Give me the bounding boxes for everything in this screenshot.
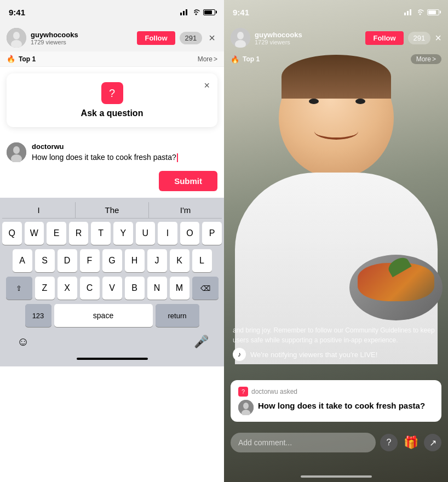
- right-top-bar: guywhocooks 1729 viewers Follow 291 ×: [224, 24, 448, 51]
- space-key[interactable]: space: [54, 304, 153, 327]
- key-l[interactable]: L: [192, 249, 212, 272]
- key-z[interactable]: Z: [35, 277, 55, 300]
- gift-action-button[interactable]: 🎁: [402, 434, 420, 451]
- right-follow-button[interactable]: Follow: [365, 31, 403, 45]
- right-battery-icon: [427, 9, 439, 15]
- text-cursor: [177, 153, 178, 162]
- word-suggestions: I The I'm: [2, 202, 222, 219]
- key-f[interactable]: F: [80, 249, 100, 272]
- key-b[interactable]: B: [125, 277, 145, 300]
- question-icon-container: ?: [15, 82, 209, 104]
- share-action-button[interactable]: ↗: [424, 434, 441, 451]
- key-q[interactable]: Q: [2, 222, 22, 245]
- key-v[interactable]: V: [102, 277, 122, 300]
- questioner-username: doctorwu: [32, 142, 217, 151]
- notification-text: We're notifying viewers that you're LIVE…: [250, 351, 377, 359]
- key-r[interactable]: R: [69, 222, 89, 245]
- key-x[interactable]: X: [58, 277, 77, 300]
- left-more-label: More: [198, 55, 212, 63]
- key-m[interactable]: M: [170, 277, 189, 300]
- left-user-info: guywhocooks 1729 viewers: [31, 31, 133, 45]
- key-s[interactable]: S: [35, 249, 55, 272]
- right-avatar: [231, 28, 250, 48]
- svg-point-8: [13, 146, 20, 154]
- suggestion-the[interactable]: The: [76, 202, 149, 218]
- question-action-icon: ?: [380, 434, 398, 451]
- left-status-icons: [180, 9, 215, 15]
- suggestion-i[interactable]: I: [2, 202, 76, 218]
- notification-bar: ♪ We're notifying viewers that you're LI…: [224, 345, 448, 364]
- key-y[interactable]: Y: [113, 222, 133, 245]
- qcard-avatar: [238, 400, 254, 415]
- right-trending-bar: 🔥 Top 1 More >: [224, 51, 448, 67]
- left-phone: 9:41: [0, 0, 224, 482]
- modal-title: Ask a question: [15, 108, 209, 118]
- right-more-arrow: >: [432, 55, 436, 63]
- key-t[interactable]: T: [91, 222, 111, 245]
- question-icon-box: ?: [101, 82, 123, 104]
- key-o[interactable]: O: [180, 222, 200, 245]
- tiktok-logo: ♪: [233, 348, 246, 361]
- comment-input[interactable]: Add comment...: [231, 433, 376, 452]
- svg-rect-0: [180, 13, 182, 15]
- key-g[interactable]: G: [102, 249, 122, 272]
- key-a[interactable]: A: [13, 249, 32, 272]
- key-d[interactable]: D: [58, 249, 77, 272]
- svg-point-18: [243, 403, 249, 409]
- left-viewer-count: 291: [180, 32, 203, 44]
- left-username: guywhocooks: [31, 31, 133, 39]
- submit-row: Submit: [0, 171, 224, 198]
- right-wifi-icon: [416, 9, 424, 15]
- key-w[interactable]: W: [25, 222, 44, 245]
- left-close-button[interactable]: ×: [206, 30, 217, 47]
- keyboard-row-4: 123 space return: [2, 304, 222, 327]
- left-top-badge: Top 1: [19, 55, 36, 63]
- emoji-button[interactable]: ☺: [7, 330, 39, 353]
- keyboard-row-1: Q W E R T Y U I O P: [2, 222, 222, 245]
- svg-point-15: [237, 32, 244, 39]
- right-signal-icon: [404, 9, 413, 15]
- chef-smile: [314, 123, 358, 140]
- key-j[interactable]: J: [147, 249, 167, 272]
- return-key[interactable]: return: [156, 304, 199, 327]
- question-action-button[interactable]: ?: [380, 434, 398, 451]
- qcard-question-text: How long does it take to cook fresh past…: [258, 400, 425, 411]
- question-content: doctorwu How long does it take to cook f…: [32, 142, 217, 162]
- svg-rect-1: [183, 11, 185, 15]
- question-text: How long does it take to cook fresh past…: [32, 153, 217, 162]
- right-close-button[interactable]: ×: [435, 32, 441, 44]
- left-avatar: [7, 28, 26, 48]
- suggestion-im[interactable]: I'm: [149, 202, 222, 218]
- key-n[interactable]: N: [147, 277, 167, 300]
- submit-button[interactable]: Submit: [159, 171, 217, 191]
- key-c[interactable]: C: [80, 277, 100, 300]
- right-more-button[interactable]: More >: [411, 54, 441, 64]
- key-u[interactable]: U: [136, 222, 156, 245]
- wifi-icon: [192, 9, 200, 15]
- modal-close-button[interactable]: ×: [204, 80, 210, 91]
- right-top-badge: Top 1: [243, 55, 260, 63]
- keyboard-row-2: A S D F G H J K L: [2, 249, 222, 272]
- right-home-bar: [301, 475, 372, 478]
- svg-rect-11: [407, 11, 409, 15]
- key-h[interactable]: H: [125, 249, 145, 272]
- delete-key[interactable]: ⌫: [192, 277, 219, 300]
- key-k[interactable]: K: [170, 249, 189, 272]
- num-key[interactable]: 123: [25, 304, 51, 327]
- qcard-asked-by: doctorwu asked: [251, 388, 297, 395]
- left-more-button[interactable]: More >: [198, 55, 217, 63]
- svg-point-5: [13, 32, 20, 39]
- question-mark-icon: ?: [109, 87, 115, 100]
- left-follow-button[interactable]: Follow: [137, 31, 175, 45]
- shift-key[interactable]: ⇧: [6, 277, 32, 300]
- left-more-arrow: >: [214, 55, 217, 63]
- key-e[interactable]: E: [47, 222, 66, 245]
- mic-button[interactable]: 🎤: [185, 330, 217, 353]
- key-p[interactable]: P: [202, 222, 222, 245]
- svg-rect-2: [186, 9, 187, 15]
- chef-right-eye: [355, 99, 365, 104]
- gift-icon: 🎁: [404, 435, 418, 450]
- right-status-icons: [404, 9, 439, 15]
- keyboard: I The I'm Q W E R T Y U I O P A S D F G …: [0, 198, 224, 366]
- key-i[interactable]: I: [158, 222, 177, 245]
